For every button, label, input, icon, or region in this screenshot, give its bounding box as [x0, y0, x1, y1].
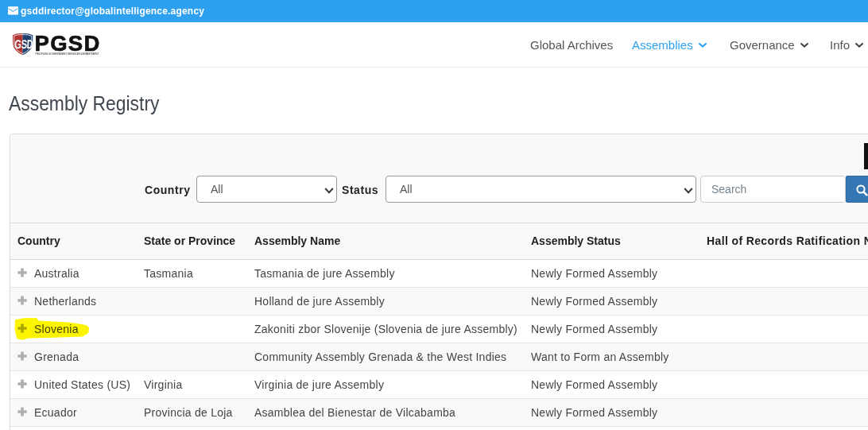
svg-text:GSD: GSD: [14, 37, 34, 51]
svg-text:PEOPLES GOVERNMENT SERVICES DE: PEOPLES GOVERNMENT SERVICES DEPARTMENT: [36, 52, 100, 56]
